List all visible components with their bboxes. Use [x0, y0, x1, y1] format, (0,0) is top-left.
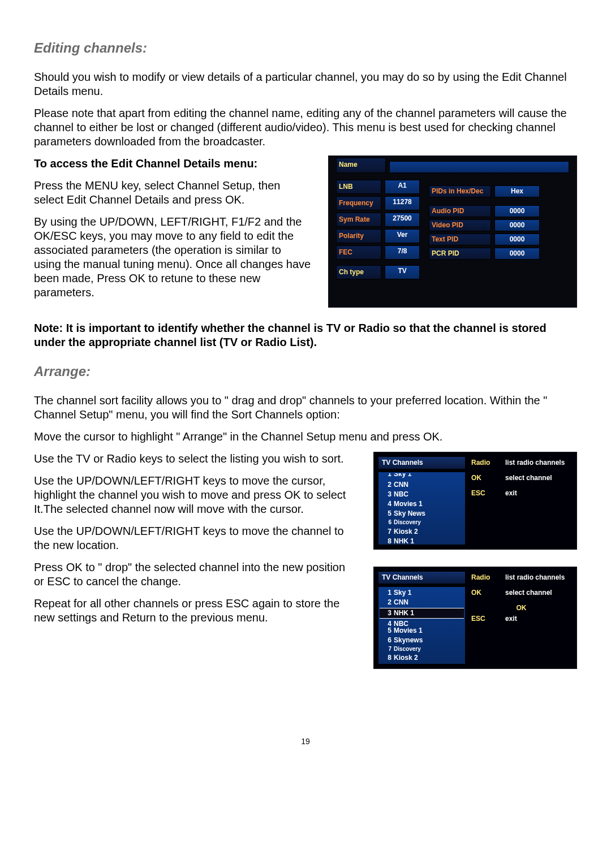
- field-label-name: Name: [336, 158, 386, 173]
- field-value-pcr-pid: 0000: [494, 248, 540, 260]
- channel-name: NBC: [394, 490, 408, 499]
- field-value-frequency: 11278: [385, 196, 420, 210]
- field-value-lnb: A1: [385, 180, 420, 194]
- channel-name: Kiosk 2: [394, 654, 418, 662]
- arrange-screenshot-2: TV Channels 1Sky 1 2CNN 3NHK 1 4NBC 5Mov…: [373, 567, 577, 670]
- field-label-frequency: Frequency: [336, 196, 381, 210]
- paragraph: Use the UP/DOWN/LEFT/RIGHT keys to move …: [34, 474, 356, 516]
- channel-name: NBC: [394, 620, 408, 625]
- paragraph: Use the TV or Radio keys to select the l…: [34, 452, 356, 466]
- channel-name: Skynews: [394, 636, 423, 645]
- field-label-video-pid: Video PID: [429, 219, 491, 231]
- paragraph: The channel sort facility allows you to …: [34, 394, 577, 422]
- channel-name: CNN: [394, 481, 408, 489]
- help-key-radio: Radio: [471, 459, 500, 467]
- field-label-chtype: Ch type: [336, 265, 381, 279]
- paragraph: Use the UP/DOWN/LEFT/RIGHT keys to move …: [34, 524, 356, 552]
- channel-name: NHK 1: [394, 537, 414, 543]
- channel-list-title: TV Channels: [378, 456, 466, 469]
- field-label-pids-in: PIDs in Hex/Dec: [429, 185, 491, 197]
- paragraph: Press the MENU key, select Channel Setup…: [34, 179, 311, 207]
- help-text: select channel: [505, 474, 571, 482]
- editing-text-col: To access the Edit Channel Details menu:…: [34, 157, 311, 308]
- paragraph: Please note that apart from editing the …: [34, 106, 577, 149]
- channel-name: Discovery: [394, 519, 421, 526]
- channel-name: Sky 1: [394, 473, 411, 478]
- channel-name: Movies 1: [394, 500, 423, 508]
- channel-list: TV Channels 1Sky 1 2CNN 3NHK 1 4NBC 5Mov…: [378, 571, 466, 665]
- field-value-polarity: Ver: [385, 229, 420, 243]
- channel-name: Kiosk 2: [394, 528, 418, 536]
- arrange-screenshots-col: TV Channels 1 Sky 1 2CNN 3NBC 4Movies 1: [373, 452, 577, 669]
- help-key-ok: OK: [471, 589, 500, 597]
- field-label-audio-pid: Audio PID: [429, 205, 491, 217]
- paragraph: By using the UP/DOWN, LEFT/RIGHT, F1/F2 …: [34, 215, 311, 300]
- arrange-two-col: Use the TV or Radio keys to select the l…: [34, 452, 577, 669]
- pid-panel: PIDs in Hex/Dec Hex Audio PID 0000 Video…: [423, 180, 569, 282]
- edit-channel-details-screenshot: Name LNB A1 Frequency 11278 Sym Rate 275…: [328, 156, 577, 308]
- field-value-symrate: 27500: [385, 213, 420, 227]
- help-panel: Radio list radio channels OK select chan…: [470, 571, 573, 665]
- field-label-pcr-pid: PCR PID: [429, 248, 491, 260]
- subheading-access: To access the Edit Channel Details menu:: [34, 157, 311, 171]
- field-value-hexdec: Hex: [494, 185, 540, 197]
- channel-name: NHK 1: [394, 609, 414, 617]
- arrange-text-col: Use the TV or Radio keys to select the l…: [34, 452, 356, 669]
- channel-name: CNN: [394, 598, 408, 607]
- field-label-fec: FEC: [336, 245, 381, 260]
- section-heading-editing: Editing channels:: [34, 40, 577, 57]
- channel-name: Movies 1: [394, 627, 423, 635]
- field-value-text-pid: 0000: [494, 234, 540, 245]
- help-panel: Radio list radio channels OK select chan…: [470, 456, 573, 545]
- editing-two-col: To access the Edit Channel Details menu:…: [34, 157, 577, 308]
- help-text: exit: [505, 489, 571, 498]
- channel-list: TV Channels 1 Sky 1 2CNN 3NBC 4Movies 1: [378, 456, 466, 545]
- channel-name: Sky 1: [394, 589, 411, 597]
- help-text: list radio channels: [505, 459, 571, 467]
- channel-list-title: TV Channels: [378, 571, 466, 584]
- help-text: exit: [505, 615, 571, 623]
- help-key-radio: Radio: [471, 573, 500, 582]
- help-text: list radio channels: [505, 573, 571, 582]
- channel-name: Sky News: [394, 509, 425, 518]
- help-key-ok: OK: [471, 474, 500, 482]
- document-page: Editing channels: Should you wish to mod…: [0, 0, 611, 770]
- help-text: select channel: [505, 589, 571, 597]
- field-value-name: [389, 161, 569, 173]
- paragraph: Should you wish to modify or view detail…: [34, 70, 577, 98]
- section-heading-arrange: Arrange:: [34, 363, 577, 380]
- paragraph: Move the cursor to highlight " Arrange" …: [34, 430, 577, 444]
- field-label-lnb: LNB: [336, 180, 381, 194]
- field-label-symrate: Sym Rate: [336, 213, 381, 227]
- channel-list-box: 1 Sky 1 2CNN 3NBC 4Movies 1 5Sky News 6D…: [378, 472, 466, 545]
- field-value-video-pid: 0000: [494, 219, 540, 231]
- field-value-chtype: TV: [385, 265, 420, 279]
- help-key-esc: ESC: [471, 615, 500, 623]
- note-paragraph: Note: It is important to identify whethe…: [34, 321, 577, 349]
- page-number: 19: [34, 737, 577, 747]
- field-value-audio-pid: 0000: [494, 205, 540, 217]
- help-ok-center: OK: [471, 604, 571, 612]
- arrange-screenshot-1: TV Channels 1 Sky 1 2CNN 3NBC 4Movies 1: [373, 452, 577, 550]
- field-label-polarity: Polarity: [336, 229, 381, 243]
- field-value-fec: 7/8: [385, 245, 420, 260]
- paragraph: Press OK to " drop" the selected channel…: [34, 560, 356, 589]
- channel-list-box: 1Sky 1 2CNN 3NHK 1 4NBC 5Movies 1 6Skyne…: [378, 586, 466, 665]
- paragraph: Repeat for all other channels or press E…: [34, 597, 356, 625]
- channel-name: Discovery: [394, 646, 421, 653]
- field-label-text-pid: Text PID: [429, 234, 491, 245]
- channel-list-selected: 3NHK 1: [380, 608, 464, 619]
- help-key-esc: ESC: [471, 489, 500, 498]
